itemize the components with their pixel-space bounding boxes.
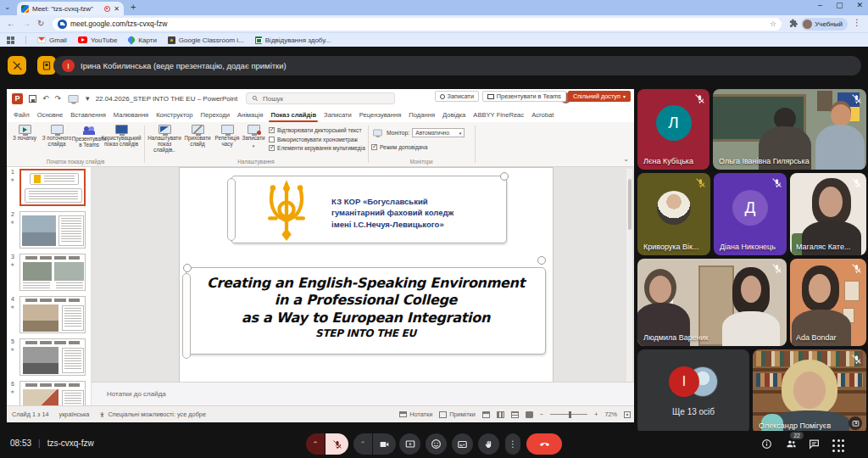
fit-to-window-button[interactable] bbox=[624, 411, 631, 418]
record-button[interactable]: Записати bbox=[435, 91, 479, 102]
comments-toggle[interactable]: Примітки bbox=[439, 411, 476, 418]
bookmark-attendance[interactable]: Відвідування здобу... bbox=[255, 36, 331, 44]
participant-tile[interactable]: Л Лєна Кубіцька bbox=[637, 89, 709, 170]
extensions-icon[interactable] bbox=[789, 19, 798, 28]
window-close-button[interactable]: ✕ bbox=[856, 1, 863, 9]
apps-grid-icon[interactable] bbox=[7, 36, 14, 44]
slide-sorter-view-button[interactable] bbox=[497, 411, 504, 418]
thumbnail-2[interactable]: 2★ bbox=[7, 209, 91, 252]
collapse-ribbon-icon[interactable]: ⌄ bbox=[623, 155, 629, 163]
zoom-in-button[interactable]: + bbox=[594, 411, 598, 418]
zoom-level[interactable]: 72% bbox=[604, 411, 617, 418]
menu-tab-draw[interactable]: Малювання bbox=[114, 111, 148, 119]
participant-tile[interactable]: Ada Bondar bbox=[790, 259, 866, 346]
undo-icon[interactable]: ↶ bbox=[42, 94, 49, 103]
normal-view-button[interactable] bbox=[482, 411, 490, 418]
language-indicator[interactable]: українська bbox=[59, 411, 90, 418]
activities-grid-icon[interactable] bbox=[832, 439, 846, 453]
org-name-banner[interactable]: КЗ КОР «Богуславський гуманітарний фахов… bbox=[231, 176, 507, 243]
narration-checkbox[interactable]: Відтворювати дикторський текст bbox=[269, 127, 365, 133]
browser-menu-icon[interactable]: ⋮ bbox=[853, 18, 861, 27]
menu-tab-animations[interactable]: Анімація bbox=[237, 111, 264, 119]
url-bar[interactable]: meet.google.com/tzs-cvxq-fzw ☆ bbox=[53, 18, 782, 31]
menu-tab-file[interactable]: Файл bbox=[14, 111, 30, 119]
camera-options-chevron[interactable]: ⌃ bbox=[353, 433, 372, 455]
more-options-button[interactable]: ⋮ bbox=[505, 433, 520, 455]
window-maximize-button[interactable]: ▢ bbox=[836, 1, 843, 9]
chat-button[interactable] bbox=[809, 438, 822, 451]
mic-options-chevron[interactable]: ⌃ bbox=[306, 433, 325, 455]
more-participants-tile[interactable]: І Ще 13 осіб bbox=[637, 349, 749, 434]
thumbnail-4[interactable]: 4★ bbox=[7, 294, 91, 337]
end-call-button[interactable] bbox=[526, 433, 562, 455]
menu-tab-abbyy[interactable]: ABBYY FineReac bbox=[473, 111, 524, 119]
camera-button[interactable] bbox=[373, 433, 396, 455]
monitor-select[interactable]: Автоматично▾ bbox=[412, 128, 465, 137]
record-slideshow-button[interactable]: Записати▾ bbox=[242, 125, 265, 154]
mic-mute-button[interactable] bbox=[326, 433, 348, 455]
menu-tab-home[interactable]: Основне bbox=[37, 111, 64, 119]
menu-tab-record[interactable]: Записати bbox=[324, 111, 352, 119]
notes-toggle[interactable]: Нотатки bbox=[399, 411, 432, 418]
save-icon[interactable] bbox=[29, 95, 36, 103]
participant-tile[interactable]: Ольга Іванівна Гилярська bbox=[713, 89, 866, 170]
quick-access-dropdown-icon[interactable]: ▾ bbox=[86, 94, 90, 103]
slide-canvas[interactable]: КЗ КОР «Богуславський гуманітарний фахов… bbox=[180, 168, 553, 382]
annotation-pen-button[interactable] bbox=[8, 56, 26, 75]
participant-tile[interactable]: Криворука Вік... bbox=[637, 173, 710, 255]
thumbnail-3[interactable]: 3★ bbox=[7, 252, 91, 294]
bookmark-gmail[interactable]: Gmail bbox=[37, 36, 67, 44]
slideshow-quick-icon[interactable] bbox=[69, 95, 79, 103]
ppt-search-box[interactable]: Пошук bbox=[246, 92, 395, 104]
reading-view-button[interactable] bbox=[511, 411, 519, 418]
reactions-button[interactable] bbox=[426, 433, 447, 455]
reload-button[interactable]: ↻ bbox=[37, 19, 44, 28]
participant-tile[interactable]: Олександр Помігуєв bbox=[753, 349, 866, 434]
new-tab-button[interactable]: + bbox=[131, 2, 136, 12]
participant-tile[interactable]: Магаляс Кате... bbox=[790, 173, 866, 255]
media-controls-checkbox[interactable]: Елементи керування мультимедіа bbox=[269, 145, 365, 151]
back-button[interactable]: ← bbox=[7, 19, 15, 28]
notes-pane[interactable]: Нотатки до слайда bbox=[92, 382, 634, 405]
slide-scrollbar[interactable] bbox=[626, 169, 632, 404]
zoom-out-button[interactable]: − bbox=[540, 411, 543, 418]
menu-tab-slideshow[interactable]: Показ слайдів bbox=[270, 111, 316, 119]
slide-title-banner[interactable]: Creating an English-Speaking Environment… bbox=[186, 267, 546, 355]
browser-tab[interactable]: Meet: "tzs-cvxq-fzw" ✕ bbox=[17, 2, 124, 15]
presenter-view-checkbox[interactable]: Режим доповідача bbox=[371, 144, 427, 150]
menu-tab-design[interactable]: Конструктор bbox=[156, 111, 192, 119]
zoom-slider[interactable] bbox=[550, 414, 587, 415]
present-in-teams-button[interactable]: Презентувати в Teams bbox=[482, 91, 566, 102]
participant-tile[interactable]: Людмила Вареник bbox=[637, 259, 787, 346]
captions-button[interactable] bbox=[452, 433, 473, 455]
thumbnail-6[interactable]: 6★ bbox=[7, 379, 91, 405]
from-beginning-button[interactable]: З початку bbox=[8, 125, 41, 148]
meeting-info-button[interactable] bbox=[761, 438, 775, 451]
hide-slide-button[interactable]: Приховати слайд bbox=[182, 125, 213, 154]
rehearse-timings-button[interactable]: Репетиція часу bbox=[213, 125, 242, 154]
present-screen-button[interactable] bbox=[399, 433, 420, 455]
menu-tab-transitions[interactable]: Переходи bbox=[201, 111, 230, 119]
menu-tab-view[interactable]: Подання bbox=[409, 111, 435, 119]
raise-hand-button[interactable] bbox=[478, 433, 499, 455]
tab-search-icon[interactable]: ⌄ bbox=[4, 3, 11, 11]
bookmark-classroom[interactable]: Google Classroom i... bbox=[168, 36, 244, 44]
timings-checkbox[interactable]: Використовувати хронометраж bbox=[269, 137, 365, 142]
from-current-slide-button[interactable]: З поточного слайда bbox=[41, 125, 73, 148]
accessibility-status[interactable]: Спеціальні можливості: усе добре bbox=[99, 411, 206, 418]
participants-button[interactable]: 22 bbox=[785, 438, 798, 451]
menu-tab-acrobat[interactable]: Acrobat bbox=[531, 111, 554, 119]
forward-button[interactable]: → bbox=[22, 19, 31, 28]
screen-share-indicator-icon[interactable] bbox=[849, 416, 862, 430]
profile-chip[interactable]: Учебный bbox=[801, 18, 848, 31]
present-in-teams-ribbon-button[interactable]: Презентувати в Teams bbox=[73, 125, 105, 148]
menu-tab-review[interactable]: Рецензування bbox=[359, 111, 402, 119]
bookmark-maps[interactable]: Карти bbox=[128, 36, 157, 44]
tab-close-icon[interactable]: ✕ bbox=[114, 5, 120, 13]
redo-icon[interactable]: ↷ bbox=[55, 94, 62, 103]
thumbnail-5[interactable]: 5★ bbox=[7, 337, 91, 379]
setup-slideshow-button[interactable]: Налаштувати показ слайдів.. bbox=[147, 125, 182, 154]
participant-tile[interactable]: Д Діана Никонець bbox=[714, 173, 787, 255]
thumbnail-1[interactable]: 1★ bbox=[7, 167, 91, 209]
bookmark-youtube[interactable]: YouTube bbox=[78, 36, 117, 44]
